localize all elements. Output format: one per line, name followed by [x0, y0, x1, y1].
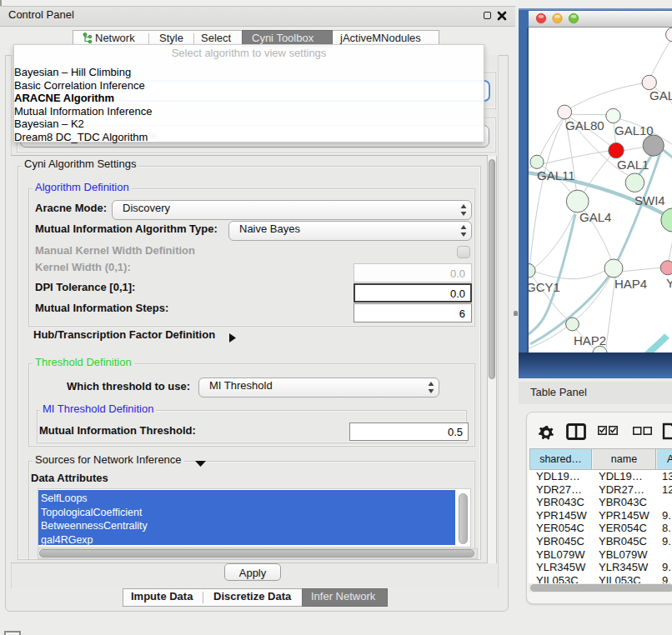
- svg-text:HAP4: HAP4: [614, 277, 647, 291]
- svg-text:GAL: GAL: [649, 88, 672, 102]
- svg-text:GAL80: GAL80: [565, 118, 604, 132]
- svg-text:GAL4: GAL4: [579, 210, 611, 224]
- svg-text:HAP2: HAP2: [574, 333, 606, 348]
- svg-text:GCY1: GCY1: [529, 280, 560, 294]
- svg-text:SWI4: SWI4: [634, 193, 665, 208]
- svg-text:GAL11: GAL11: [537, 168, 575, 182]
- svg-text:GAL1: GAL1: [617, 158, 649, 172]
- svg-text:Y: Y: [666, 276, 672, 290]
- svg-text:GAL10: GAL10: [614, 123, 654, 138]
